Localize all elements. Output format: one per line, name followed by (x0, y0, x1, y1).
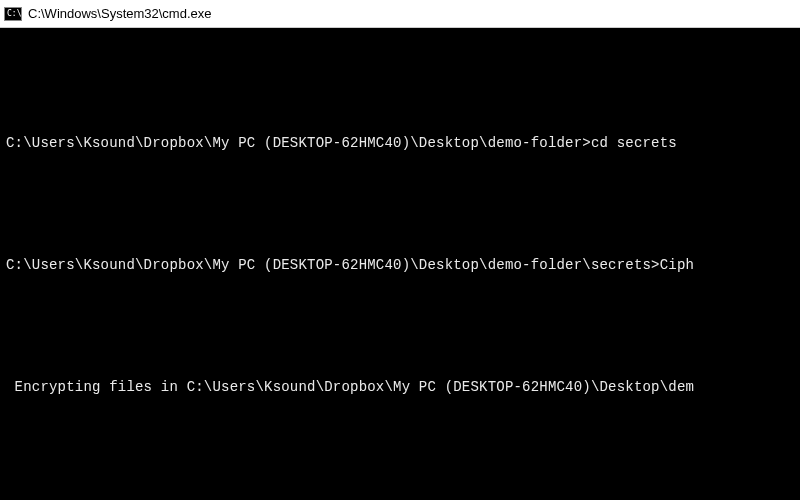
blank-line (6, 194, 794, 214)
terminal-area[interactable]: C:\Users\Ksound\Dropbox\My PC (DESKTOP-6… (0, 28, 800, 500)
window-title: C:\Windows\System32\cmd.exe (28, 6, 212, 21)
prompt-path: C:\Users\Ksound\Dropbox\My PC (DESKTOP-6… (6, 135, 591, 151)
blank-line (6, 438, 794, 458)
prompt-line: C:\Users\Ksound\Dropbox\My PC (DESKTOP-6… (6, 133, 794, 153)
cmd-icon: C:\. (4, 7, 22, 21)
blank-line (6, 73, 794, 93)
cmd-window: C:\. C:\Windows\System32\cmd.exe C:\User… (0, 0, 800, 500)
titlebar[interactable]: C:\. C:\Windows\System32\cmd.exe (0, 0, 800, 28)
blank-line (6, 316, 794, 336)
output-text: Encrypting files in C:\Users\Ksound\Drop… (6, 377, 794, 397)
command-text: Ciph (660, 257, 694, 273)
command-text: cd secrets (591, 135, 677, 151)
prompt-line: C:\Users\Ksound\Dropbox\My PC (DESKTOP-6… (6, 255, 794, 275)
prompt-path: C:\Users\Ksound\Dropbox\My PC (DESKTOP-6… (6, 257, 660, 273)
